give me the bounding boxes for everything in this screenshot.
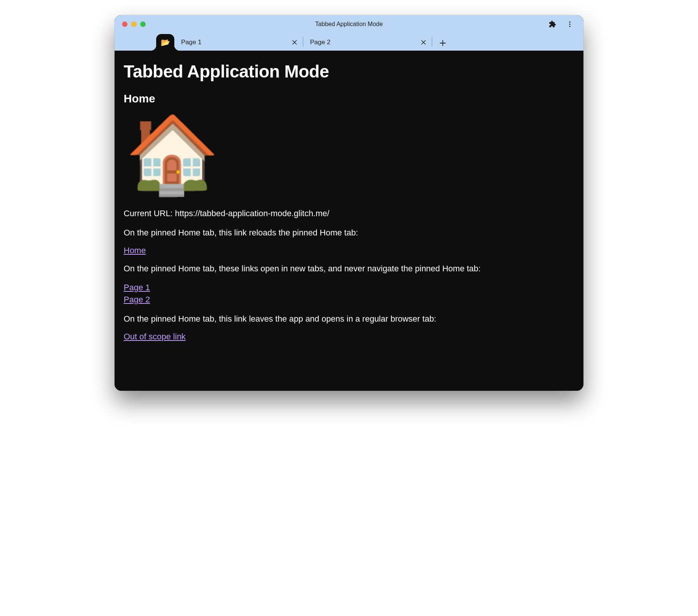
- titlebar-right: [547, 19, 577, 29]
- out-of-scope-link[interactable]: Out of scope link: [124, 332, 186, 341]
- window-zoom-button[interactable]: [140, 22, 146, 27]
- tabstrip: 📂 Page 1 Page 2: [115, 33, 583, 51]
- tab-page-2[interactable]: Page 2: [303, 35, 432, 50]
- puzzle-icon: [549, 20, 556, 28]
- page-2-link[interactable]: Page 2: [124, 294, 574, 306]
- app-window: Tabbed Application Mode 📂 Page 1: [115, 15, 583, 391]
- window-close-button[interactable]: [122, 22, 127, 27]
- page-links-block: Page 1 Page 2: [124, 282, 574, 306]
- paragraph-newtabs: On the pinned Home tab, these links open…: [124, 262, 574, 275]
- traffic-lights: [122, 22, 146, 27]
- svg-point-1: [569, 23, 570, 25]
- tab-close-button[interactable]: [419, 38, 428, 47]
- page-title: Tabbed Application Mode: [124, 61, 574, 82]
- tab-label: Page 1: [181, 39, 290, 46]
- page-content: Tabbed Application Mode Home 🏠 Current U…: [115, 51, 583, 391]
- kebab-icon: [566, 20, 574, 28]
- new-tab-button[interactable]: [436, 36, 450, 50]
- tab-page-1[interactable]: Page 1: [174, 35, 303, 50]
- svg-point-2: [569, 26, 570, 27]
- plus-icon: [440, 40, 446, 46]
- paragraph-outofscope: On the pinned Home tab, this link leaves…: [124, 313, 574, 325]
- current-url-line: Current URL: https://tabbed-application-…: [124, 207, 574, 220]
- titlebar: Tabbed Application Mode: [115, 15, 583, 33]
- home-link[interactable]: Home: [124, 246, 146, 255]
- page-1-link[interactable]: Page 1: [124, 282, 574, 294]
- more-menu-button[interactable]: [565, 19, 575, 29]
- window-minimize-button[interactable]: [131, 22, 136, 27]
- folder-icon: 📂: [161, 39, 170, 46]
- tab-label: Page 2: [310, 39, 419, 46]
- tab-close-button[interactable]: [290, 38, 299, 47]
- page-subtitle: Home: [124, 92, 574, 105]
- svg-point-0: [569, 22, 570, 23]
- window-title: Tabbed Application Mode: [115, 21, 583, 28]
- pinned-home-tab[interactable]: 📂: [156, 34, 174, 51]
- extensions-button[interactable]: [547, 19, 558, 29]
- paragraph-reload: On the pinned Home tab, this link reload…: [124, 226, 574, 239]
- close-icon: [421, 40, 426, 45]
- house-icon: 🏠: [125, 116, 574, 192]
- tab-separator: [432, 37, 432, 46]
- close-icon: [292, 40, 297, 45]
